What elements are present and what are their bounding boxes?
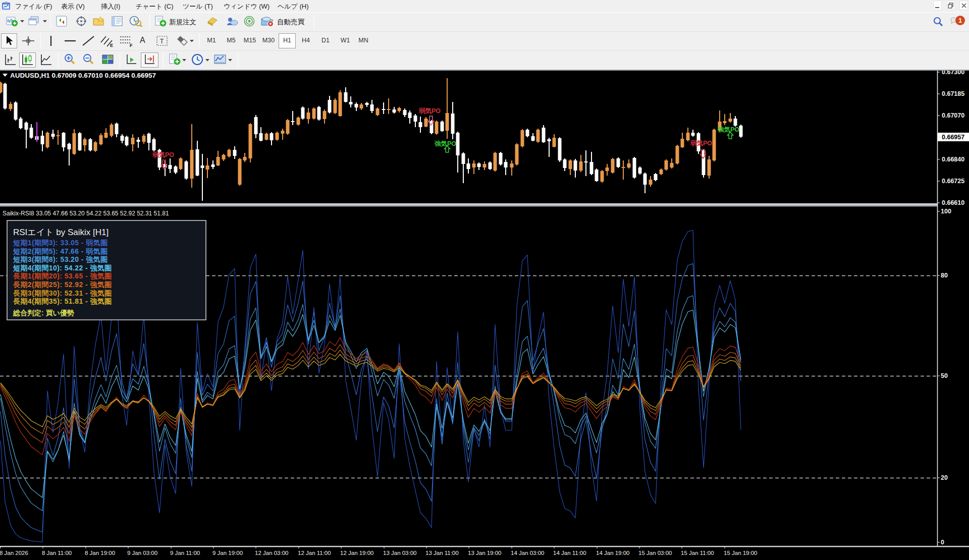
svg-text:50: 50 <box>941 372 948 379</box>
svg-text:9 Jan 03:00: 9 Jan 03:00 <box>127 550 157 556</box>
svg-text:強気PO: 強気PO <box>718 126 739 133</box>
svg-text:15 Jan 11:00: 15 Jan 11:00 <box>681 550 714 556</box>
svg-text:0.66957: 0.66957 <box>942 134 964 141</box>
svg-text:15 Jan 19:00: 15 Jan 19:00 <box>724 550 758 556</box>
svg-text:9 Jan 19:00: 9 Jan 19:00 <box>212 550 243 556</box>
svg-text:20: 20 <box>941 474 948 481</box>
svg-text:短期2(期間5): 47.66 - 弱気圏: 短期2(期間5): 47.66 - 弱気圏 <box>13 247 107 255</box>
svg-text:9 Jan 11:00: 9 Jan 11:00 <box>170 550 200 556</box>
svg-text:長期2(期間25): 52.92 - 強気圏: 長期2(期間25): 52.92 - 強気圏 <box>13 281 112 289</box>
svg-text:0.66725: 0.66725 <box>942 178 964 185</box>
svg-text:長期3(期間30): 52.31 - 強気圏: 長期3(期間30): 52.31 - 強気圏 <box>13 289 112 297</box>
svg-text:弱気PO: 弱気PO <box>690 140 712 147</box>
svg-text:0.66840: 0.66840 <box>942 156 964 163</box>
svg-text:12 Jan 03:00: 12 Jan 03:00 <box>255 550 289 556</box>
svg-text:T: T <box>160 38 164 45</box>
svg-text:F: F <box>130 43 133 47</box>
svg-text:RSIエイト by Saikix [H1]: RSIエイト by Saikix [H1] <box>13 228 109 237</box>
svg-text:12 Jan 19:00: 12 Jan 19:00 <box>340 550 374 556</box>
svg-text:AUDUSD,H1 0.67009 0.67010 0.: AUDUSD,H1 0.67009 0.67010 0.66954 0.6695… <box>10 72 156 79</box>
svg-text:0.67185: 0.67185 <box>942 90 964 97</box>
svg-text:弱気PO: 弱気PO <box>418 107 441 115</box>
svg-text:短期1(期間3): 33.05 - 弱気圏: 短期1(期間3): 33.05 - 弱気圏 <box>13 239 107 247</box>
svg-text:13 Jan 11:00: 13 Jan 11:00 <box>425 550 459 556</box>
svg-text:13 Jan 03:00: 13 Jan 03:00 <box>383 550 417 556</box>
svg-text:100: 100 <box>941 208 951 215</box>
svg-text:0.67300: 0.67300 <box>942 71 964 76</box>
svg-text:8 Jan 11:00: 8 Jan 11:00 <box>42 550 72 556</box>
svg-text:80: 80 <box>941 272 948 279</box>
svg-text:8 Jan 19:00: 8 Jan 19:00 <box>85 550 115 556</box>
svg-text:15 Jan 03:00: 15 Jan 03:00 <box>638 550 672 556</box>
svg-text:14 Jan 11:00: 14 Jan 11:00 <box>553 550 586 556</box>
svg-text:Saikix-RSI8 33.05 47.66 53.20: Saikix-RSI8 33.05 47.66 53.20 54.22 53.6… <box>3 210 169 217</box>
svg-text:長期1(期間20): 53.65 - 強気圏: 長期1(期間20): 53.65 - 強気圏 <box>13 272 112 280</box>
svg-text:短期4(期間10): 54.22 - 強気圏: 短期4(期間10): 54.22 - 強気圏 <box>13 264 112 272</box>
svg-text:長期4(期間35): 51.81 - 強気圏: 長期4(期間35): 51.81 - 強気圏 <box>13 297 112 305</box>
svg-text:強気PO: 強気PO <box>435 140 456 147</box>
svg-text:0.66610: 0.66610 <box>942 199 964 206</box>
svg-text:E: E <box>110 43 113 47</box>
svg-text:短期3(期間8): 53.20 - 強気圏: 短期3(期間8): 53.20 - 強気圏 <box>13 255 107 263</box>
svg-text:14 Jan 19:00: 14 Jan 19:00 <box>596 550 630 556</box>
svg-text:0: 0 <box>941 539 944 546</box>
svg-text:総合判定: 買い優勢: 総合判定: 買い優勢 <box>13 309 74 317</box>
svg-text:14 Jan 03:00: 14 Jan 03:00 <box>511 550 545 556</box>
svg-text:弱気PO: 弱気PO <box>152 151 174 158</box>
svg-text:12 Jan 11:00: 12 Jan 11:00 <box>298 550 331 556</box>
svg-text:8 Jan 2026: 8 Jan 2026 <box>0 550 28 556</box>
svg-text:0.67070: 0.67070 <box>942 112 964 119</box>
svg-text:13 Jan 19:00: 13 Jan 19:00 <box>468 550 502 556</box>
